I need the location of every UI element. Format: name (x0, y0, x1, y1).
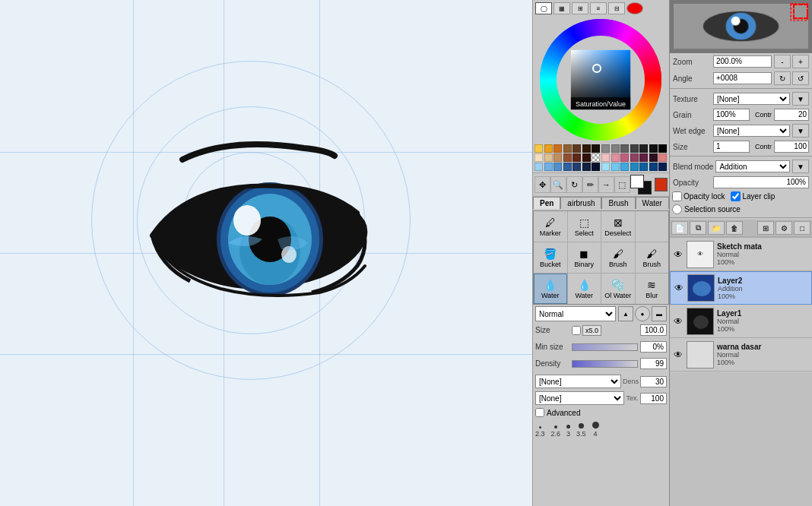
layer-eye-sketch-mata[interactable]: 👁 (671, 248, 685, 261)
zoom-tool[interactable]: 🔍 (550, 176, 566, 193)
swatch[interactable] (601, 144, 610, 153)
layer-clip-input[interactable] (731, 191, 741, 201)
swatch[interactable] (544, 153, 553, 162)
brush-dot-col-1[interactable]: 2.3 (535, 426, 545, 438)
color-mode-list[interactable]: ≡ (590, 2, 607, 14)
brush-dot-col-4[interactable]: 3.5 (576, 423, 586, 438)
swatch[interactable] (620, 153, 629, 162)
selection-source-radio[interactable] (672, 204, 682, 214)
color-mode-palette[interactable]: ⊟ (608, 2, 625, 14)
blend-mode-select[interactable]: Normal (535, 306, 616, 321)
swatch[interactable] (582, 144, 591, 153)
swatch[interactable] (592, 144, 600, 153)
fill-tool[interactable]: → (598, 176, 614, 193)
layer-folder-btn[interactable]: 📁 (708, 221, 725, 235)
tool-olwater[interactable]: 🫧 Ol Water (601, 274, 635, 304)
swatch[interactable] (658, 144, 667, 153)
minsize-slider[interactable] (572, 343, 638, 351)
swatch[interactable] (611, 163, 620, 171)
texture-select1[interactable]: [None] (535, 375, 621, 388)
tool-water2[interactable]: 💧 Water (568, 274, 601, 304)
swatch[interactable] (553, 163, 562, 171)
tool-bucket[interactable]: 🪣 Bucket (534, 242, 567, 273)
tool-binary[interactable]: ◼ Binary (568, 242, 601, 273)
swatch[interactable] (639, 163, 648, 171)
density-slider[interactable] (572, 360, 638, 368)
layer-copy-btn[interactable]: ⧉ (690, 221, 706, 235)
swatch[interactable] (563, 153, 572, 162)
layer-eye-warna-dasar[interactable]: 👁 (671, 348, 685, 362)
rotate-tool[interactable]: ↻ (566, 176, 582, 193)
swatch[interactable] (630, 163, 639, 171)
tab-water[interactable]: Water (636, 197, 669, 209)
swatch[interactable] (611, 153, 620, 162)
swatch[interactable] (573, 144, 581, 153)
swatch[interactable] (630, 144, 639, 153)
blend-mode-btn[interactable]: ▼ (792, 160, 809, 173)
tab-airbrush[interactable]: airbrush (560, 197, 601, 209)
color-mode-square[interactable]: ▦ (553, 2, 570, 14)
swatch[interactable] (649, 144, 658, 153)
swatch[interactable] (582, 163, 591, 171)
swatch[interactable] (592, 163, 600, 171)
swatch[interactable] (601, 153, 610, 162)
swatch[interactable] (563, 144, 572, 153)
swatch[interactable] (639, 153, 648, 162)
swatch[interactable] (534, 144, 543, 153)
eyedrop-tool[interactable]: ✏ (582, 176, 598, 193)
brush-dot-col-2[interactable]: 2.6 (551, 425, 561, 438)
size-checkbox[interactable] (572, 326, 581, 335)
tool-blur[interactable]: ≋ Blur (636, 274, 669, 304)
swatch[interactable] (649, 163, 658, 171)
layer-delete-btn[interactable]: 🗑 (726, 221, 743, 235)
swatch[interactable] (573, 153, 581, 162)
swatch[interactable] (553, 153, 562, 162)
swatch[interactable] (658, 153, 667, 162)
tab-brush[interactable]: Brush (601, 197, 635, 209)
color-mode-circle[interactable]: ◯ (535, 2, 552, 14)
blend-mode-prop-select[interactable]: Addition (715, 160, 790, 172)
layer-merge-btn[interactable]: ⊞ (757, 221, 774, 235)
swatch[interactable] (611, 144, 620, 153)
select-mini-tool[interactable]: ⬚ (614, 176, 630, 193)
zoom-plus-btn[interactable]: + (792, 55, 809, 68)
zoom-minus-btn[interactable]: - (774, 55, 791, 68)
swatch[interactable] (573, 163, 581, 171)
layer-item-sketch-mata[interactable]: 👁 👁 Sketch mata Normal 100% (670, 238, 812, 271)
tab-pen[interactable]: Pen (533, 197, 560, 209)
tool-brush[interactable]: 🖌 Brush (601, 242, 635, 273)
brush-shape-2[interactable]: ● (635, 306, 650, 321)
layer-item-layer2[interactable]: 👁 Layer2 Addition 100% (670, 271, 812, 305)
tool-deselect[interactable]: ⊠ Deselect (601, 211, 635, 242)
texture-prop-select[interactable]: [None] (713, 93, 790, 105)
tool-marker[interactable]: 🖊 Marker (534, 211, 567, 242)
rotate-ccw-btn[interactable]: ↺ (792, 71, 809, 85)
swatch[interactable] (649, 153, 658, 162)
tool-brush2[interactable]: 🖌 Brush (636, 242, 669, 273)
move-tool[interactable]: ✥ (534, 176, 550, 193)
swatch[interactable] (553, 144, 562, 153)
swatch[interactable] (534, 163, 543, 171)
tool-water[interactable]: 💧 Water (534, 274, 567, 304)
swatch[interactable] (544, 144, 553, 153)
brush-dot-col-5[interactable]: 4 (592, 422, 599, 438)
layer-scroll-btn[interactable]: □ (794, 221, 810, 235)
swatch-transparent[interactable] (592, 153, 600, 162)
swatch[interactable] (658, 163, 667, 171)
foreground-color-box[interactable] (630, 175, 644, 188)
swatch[interactable] (639, 144, 648, 153)
layer-item-warna-dasar[interactable]: 👁 warna dasar Normal 100% (670, 338, 812, 372)
brush-dot-col-3[interactable]: 3 (566, 425, 570, 438)
rotate-cw-btn[interactable]: ↻ (774, 71, 791, 85)
layer-item-layer1[interactable]: 👁 Layer1 Normal 100% (670, 305, 812, 338)
canvas-area[interactable] (0, 0, 532, 506)
color-mode-grid[interactable]: ⊞ (572, 2, 588, 14)
swatch[interactable] (601, 163, 610, 171)
color-wheel-canvas[interactable] (538, 17, 664, 143)
layer-eye-layer2[interactable]: 👁 (672, 281, 686, 295)
brush-shape-3[interactable]: ▬ (652, 306, 667, 321)
brush-shape-1[interactable]: ▲ (618, 306, 633, 321)
layer-new-btn[interactable]: 📄 (671, 221, 688, 235)
texture-select2[interactable]: [None] (535, 391, 624, 405)
advanced-checkbox[interactable] (535, 408, 544, 417)
